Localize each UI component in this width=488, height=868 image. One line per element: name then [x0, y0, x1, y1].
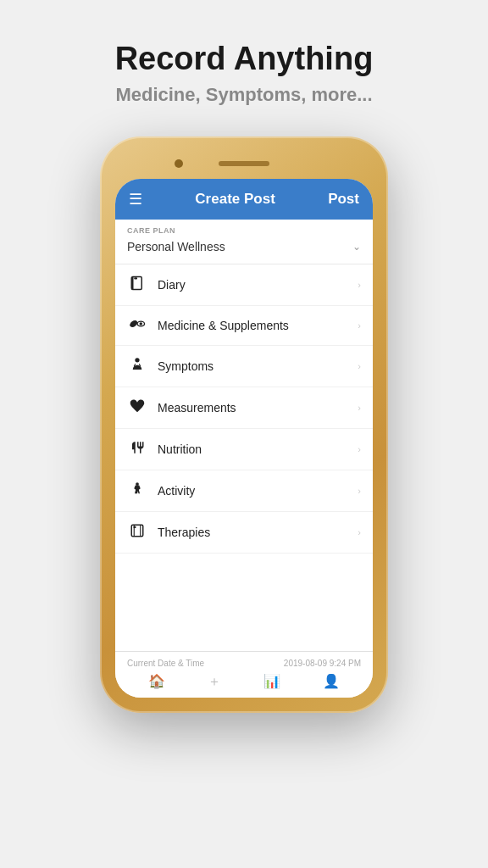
care-plan-row[interactable]: Personal Wellness ⌄ — [127, 240, 361, 260]
menu-icon[interactable]: ☰ — [129, 192, 142, 207]
menu-item-activity[interactable]: Activity › — [115, 470, 373, 512]
footer-chart-icon[interactable]: 📊 — [263, 673, 280, 691]
care-plan-section: CARE PLAN Personal Wellness ⌄ — [115, 220, 373, 264]
phone-speaker — [219, 161, 269, 166]
therapies-icon — [127, 523, 147, 542]
nutrition-chevron-icon: › — [358, 444, 361, 454]
activity-label: Activity — [158, 484, 358, 498]
care-plan-label: CARE PLAN — [127, 226, 361, 235]
menu-item-diary[interactable]: Diary › — [115, 264, 373, 306]
measurements-chevron-icon: › — [358, 403, 361, 413]
care-plan-value: Personal Wellness — [127, 240, 225, 253]
activity-icon — [127, 481, 147, 500]
symptoms-icon — [127, 357, 147, 376]
diary-icon — [127, 275, 147, 294]
menu-item-measurements[interactable]: Measurements › — [115, 387, 373, 429]
therapies-label: Therapies — [158, 526, 358, 539]
footer-date-value: 2019-08-09 9:24 PM — [284, 659, 361, 668]
post-button[interactable]: Post — [328, 191, 359, 208]
diary-chevron-icon: › — [358, 280, 361, 290]
footer-user-icon[interactable]: 👤 — [323, 673, 340, 691]
therapies-chevron-icon: › — [358, 527, 361, 537]
page-subtitle: Medicine, Symptoms, more... — [115, 84, 372, 106]
measurements-label: Measurements — [158, 401, 358, 415]
symptoms-label: Symptoms — [158, 359, 358, 373]
header-title: Create Post — [195, 191, 274, 208]
medicine-label: Medicine & Supplements — [158, 319, 358, 332]
medicine-chevron-icon: › — [358, 320, 361, 331]
footer-date-label: Current Date & Time — [127, 659, 204, 668]
svg-point-4 — [140, 322, 143, 326]
page-title: Record Anything — [115, 41, 374, 77]
symptoms-chevron-icon: › — [358, 361, 361, 371]
measurements-icon — [127, 398, 147, 417]
app-header: ☰ Create Post Post — [115, 179, 373, 220]
diary-label: Diary — [158, 278, 358, 292]
footer-datetime-row: Current Date & Time 2019-08-09 9:24 PM — [127, 659, 361, 668]
phone-camera — [175, 159, 183, 168]
nutrition-icon — [127, 440, 147, 459]
phone-screen: ☰ Create Post Post CARE PLAN Personal We… — [115, 179, 373, 698]
chevron-down-icon: ⌄ — [352, 241, 361, 253]
svg-point-8 — [136, 482, 139, 486]
svg-rect-9 — [131, 525, 143, 537]
app-footer: Current Date & Time 2019-08-09 9:24 PM 🏠… — [115, 651, 373, 698]
menu-item-nutrition[interactable]: Nutrition › — [115, 429, 373, 470]
menu-item-symptoms[interactable]: Symptoms › — [115, 346, 373, 387]
footer-plus-icon[interactable]: ＋ — [208, 673, 221, 691]
phone-top-bar — [115, 152, 373, 175]
svg-point-5 — [135, 358, 139, 362]
menu-item-therapies[interactable]: Therapies › — [115, 512, 373, 554]
svg-rect-10 — [134, 526, 136, 528]
footer-home-icon[interactable]: 🏠 — [148, 673, 165, 691]
menu-item-medicine[interactable]: Medicine & Supplements › — [115, 306, 373, 346]
svg-rect-1 — [134, 277, 137, 279]
activity-chevron-icon: › — [358, 486, 361, 496]
nutrition-label: Nutrition — [158, 442, 358, 456]
medicine-icon — [127, 317, 147, 334]
menu-list: Diary › Medicine & Supplements › — [115, 264, 373, 651]
phone-shell: ☰ Create Post Post CARE PLAN Personal We… — [100, 136, 388, 713]
footer-nav-row: 🏠 ＋ 📊 👤 — [127, 668, 361, 691]
